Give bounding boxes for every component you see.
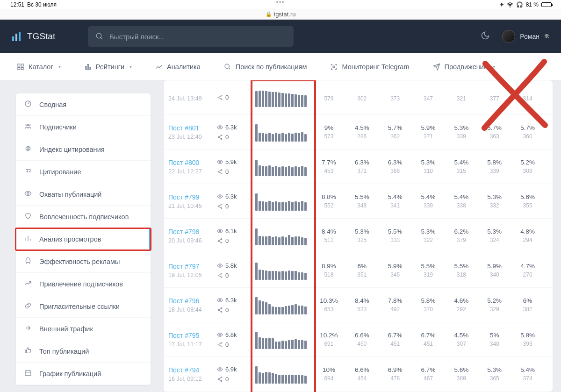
shares-stat: 0 xyxy=(217,203,229,210)
dark-mode-toggle[interactable] xyxy=(481,31,490,43)
post-link[interactable]: Пост #795 xyxy=(168,332,217,339)
metric-count: 511 xyxy=(312,237,345,243)
posts-table: 24 Jul, 13:490579302373347321377314Пост … xyxy=(164,80,553,392)
sidebar-item-label: Внешний трафик xyxy=(39,325,93,333)
metric-pct: 8.8% xyxy=(312,193,345,200)
svg-point-40 xyxy=(221,169,222,170)
svg-rect-12 xyxy=(89,67,90,69)
post-link[interactable]: Пост #797 xyxy=(168,263,217,270)
shares-stat: 0 xyxy=(217,272,229,279)
sidebar-ads[interactable]: Эффективность рекламы xyxy=(16,250,151,273)
sidebar-top[interactable]: Топ публикаций xyxy=(16,340,151,363)
metric-pct: 5.3% xyxy=(478,228,511,235)
metric-cell: 8.9%518 xyxy=(312,263,345,278)
metric-cell: 10%694 xyxy=(312,366,345,382)
post-link[interactable]: Пост #794 xyxy=(168,366,217,374)
metric-cell: 5.4%315 xyxy=(445,159,478,174)
logo[interactable]: TGStat xyxy=(11,31,77,42)
sidebar-item-label: График публикаций xyxy=(39,370,101,378)
post-link[interactable]: Пост #800 xyxy=(168,159,217,166)
svg-point-15 xyxy=(333,66,335,68)
metric-pct: 8.4% xyxy=(345,297,379,304)
metric-cell: 5.9%371 xyxy=(412,124,445,140)
eye-icon xyxy=(217,332,223,338)
metric-pct: 6% xyxy=(345,263,379,270)
svg-point-75 xyxy=(219,368,221,370)
search-icon xyxy=(224,63,231,71)
sidebar-acquisition[interactable]: Привлечение подписчиков xyxy=(16,273,151,295)
metric-cell: 6.2%379 xyxy=(445,228,478,243)
views-stat: 6.3k xyxy=(217,193,237,200)
nav-catalog[interactable]: Каталог ▾ xyxy=(17,63,61,71)
sidebar-reach[interactable]: Охваты публикаций xyxy=(16,183,151,206)
post-link[interactable]: Пост #796 xyxy=(168,297,217,305)
share-icon xyxy=(217,376,223,382)
post-link[interactable]: Пост #801 xyxy=(168,124,217,132)
sidebar-engagement[interactable]: Вовлеченность подписчиков xyxy=(16,206,151,228)
metric-count: 492 xyxy=(379,306,412,313)
sidebar-citation-index[interactable]: Индекс цитирования xyxy=(16,138,151,161)
svg-point-39 xyxy=(219,161,221,162)
sidebar-invite[interactable]: Пригласительные ссылки xyxy=(16,295,151,318)
sidebar-views-analysis[interactable]: Анализ просмотров xyxy=(16,228,151,250)
metric-pct: 6.6% xyxy=(345,366,379,373)
mini-chart xyxy=(252,227,312,245)
nav-promo[interactable]: Продвижение ▾ xyxy=(433,63,495,71)
metric-pct: 5.3% xyxy=(412,159,445,166)
metric-cell: 5.3%339 xyxy=(445,124,478,140)
metric-pct: 5.9% xyxy=(379,263,412,270)
svg-point-57 xyxy=(219,264,221,266)
metric-cell: 5.4%338 xyxy=(445,193,478,209)
metric-cell: 347 xyxy=(412,93,445,102)
sidebar-item-label: Индекс цитирования xyxy=(39,146,105,153)
metric-count: 694 xyxy=(312,375,345,382)
search-input[interactable]: Быстрый поиск... xyxy=(88,26,294,47)
sidebar-external[interactable]: Внешний трафик xyxy=(16,318,151,340)
metric-count: 552 xyxy=(312,202,345,209)
nav-monitoring[interactable]: Мониторинг Telegram xyxy=(330,63,409,71)
metric-cell: 8.4%533 xyxy=(345,297,379,313)
lock-icon: 🔒 xyxy=(266,11,272,17)
metric-count: 371 xyxy=(345,168,379,174)
shares-stat: 0 xyxy=(217,306,229,314)
metric-cell: 6.3%371 xyxy=(345,159,379,174)
sidebar-summary[interactable]: Сводная xyxy=(16,93,151,116)
metric-pct: 5.3% xyxy=(478,193,511,200)
metric-count: 345 xyxy=(379,271,412,278)
metric-pct: 5.2% xyxy=(478,297,511,304)
svg-rect-6 xyxy=(18,64,20,66)
metric-count: 292 xyxy=(445,306,478,313)
metric-count: 324 xyxy=(478,237,511,243)
svg-line-44 xyxy=(219,172,221,173)
nav-ratings[interactable]: Рейтинги ▾ xyxy=(84,63,132,71)
svg-line-67 xyxy=(219,308,221,310)
sidebar-citation[interactable]: Цитирование xyxy=(16,161,151,183)
mini-chart xyxy=(252,123,312,142)
post-link[interactable]: Пост #798 xyxy=(168,228,217,235)
sidebar-subscribers[interactable]: Подписчики xyxy=(16,116,151,138)
metric-count: 329 xyxy=(478,306,511,313)
metric-pct: 5.3% xyxy=(412,228,445,235)
views-stat: 6.3k xyxy=(217,297,237,304)
logo-text: TGStat xyxy=(27,31,55,42)
nav-search-pub[interactable]: Поиск по публикациям xyxy=(224,63,307,71)
nav-analytics[interactable]: Аналитика xyxy=(155,63,201,71)
table-row: Пост #79719 Jul, 12:055.8k08.9%5186%3515… xyxy=(164,253,553,288)
metric-cell: 6.9%478 xyxy=(379,366,412,382)
metric-cell: 4.7%270 xyxy=(511,263,544,278)
svg-line-61 xyxy=(219,274,221,275)
sidebar-schedule[interactable]: График публикаций xyxy=(16,363,151,385)
safari-address-bar[interactable]: 🔒 tgstat.ru xyxy=(0,9,561,20)
user-menu[interactable]: Роман 🛠 xyxy=(502,30,550,43)
metric-pct: 6.9% xyxy=(379,366,412,373)
user-name: Роман xyxy=(520,33,539,40)
at-icon xyxy=(24,145,32,154)
svg-point-30 xyxy=(221,99,222,100)
metric-count: 339 xyxy=(478,168,511,174)
svg-point-60 xyxy=(221,277,222,278)
svg-point-66 xyxy=(221,311,222,312)
post-link[interactable]: Пост #799 xyxy=(168,193,217,201)
sidebar-item-label: Эффективность рекламы xyxy=(39,258,120,265)
metric-count: 339 xyxy=(412,202,445,209)
shares-stat: 0 xyxy=(217,237,229,244)
